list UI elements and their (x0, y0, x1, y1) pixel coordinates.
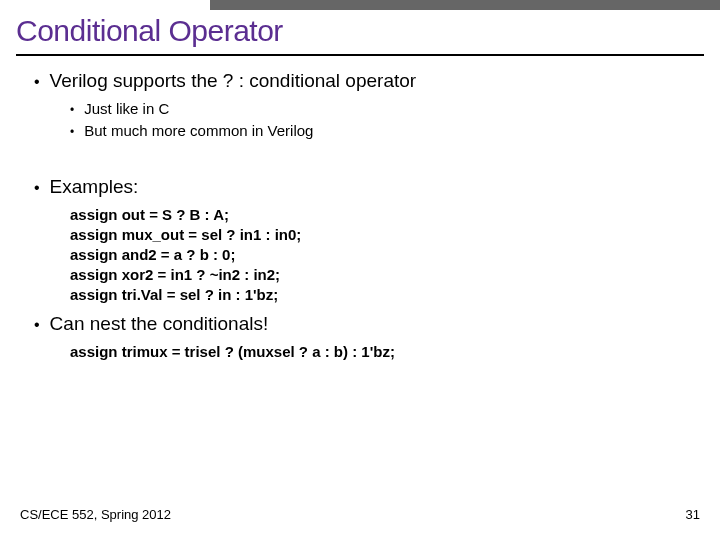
bullet-level1: • Can nest the conditionals! (34, 313, 700, 337)
code-line: assign mux_out = sel ? in1 : in0; (70, 226, 700, 243)
code-line: assign out = S ? B : A; (70, 206, 700, 223)
bullet-level2: • Just like in C (70, 100, 700, 120)
code-line: assign trimux = trisel ? (muxsel ? a : b… (70, 343, 700, 360)
bullet-dot-icon: • (34, 70, 40, 94)
bullet-text: Can nest the conditionals! (50, 313, 269, 335)
slide-content: • Verilog supports the ? : conditional o… (0, 70, 720, 360)
bullet-text: Examples: (50, 176, 139, 198)
bullet-text: Verilog supports the ? : conditional ope… (50, 70, 417, 92)
title-underline (16, 54, 704, 56)
bullet-dot-icon: • (34, 176, 40, 200)
spacer (20, 144, 700, 168)
bullet-level1: • Examples: (34, 176, 700, 200)
bullet-level1: • Verilog supports the ? : conditional o… (34, 70, 700, 94)
code-line: assign xor2 = in1 ? ~in2 : in2; (70, 266, 700, 283)
bullet-text: Just like in C (84, 100, 169, 117)
header-accent-bar (210, 0, 720, 10)
footer-course: CS/ECE 552, Spring 2012 (20, 507, 171, 522)
bullet-dot-icon: • (70, 122, 74, 142)
bullet-level2: • But much more common in Verilog (70, 122, 700, 142)
code-line: assign and2 = a ? b : 0; (70, 246, 700, 263)
footer-page-number: 31 (686, 507, 700, 522)
bullet-dot-icon: • (34, 313, 40, 337)
bullet-dot-icon: • (70, 100, 74, 120)
bullet-text: But much more common in Verilog (84, 122, 313, 139)
slide-footer: CS/ECE 552, Spring 2012 31 (20, 507, 700, 522)
code-line: assign tri.Val = sel ? in : 1'bz; (70, 286, 700, 303)
